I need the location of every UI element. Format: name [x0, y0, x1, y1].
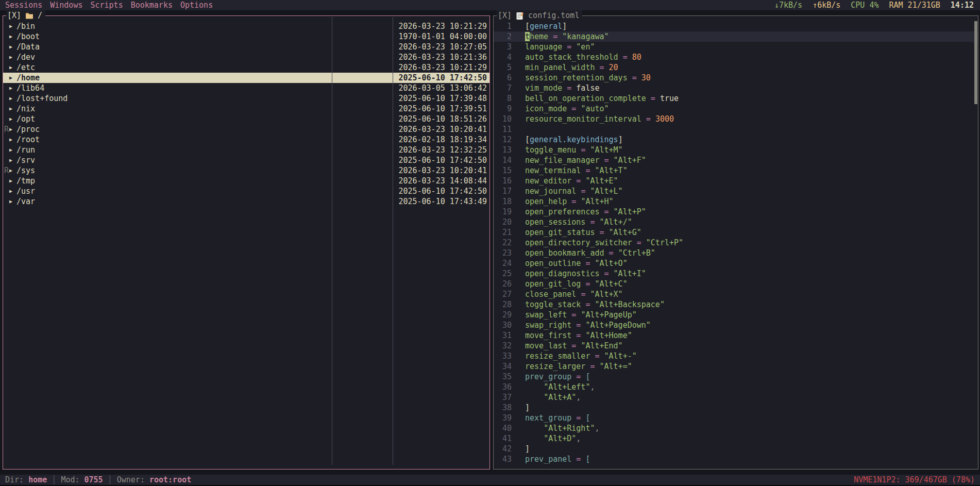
editor-line-18[interactable]: 18open_help = "Alt+H"	[494, 196, 978, 207]
editor-line-35[interactable]: 35prev_group = [	[494, 372, 978, 382]
expand-arrow-icon[interactable]: ▶	[9, 31, 12, 42]
editor-line-14[interactable]: 14new_file_manager = "Alt+F"	[494, 155, 978, 165]
tree-row-run[interactable]: ▶/run2026-03-23 12:32:25	[3, 145, 489, 155]
expand-arrow-icon[interactable]: ▶	[9, 93, 12, 104]
dir-name: /nix	[16, 104, 35, 114]
editor-line-17[interactable]: 17new_journal = "Alt+L"	[494, 186, 978, 196]
clock: 14:12	[951, 0, 974, 10]
status-value: root:root	[149, 475, 191, 484]
menu-item-scripts[interactable]: Scripts	[90, 0, 123, 10]
line-content: close_panel = "Alt+X"	[525, 289, 623, 299]
expand-arrow-icon[interactable]: ▶	[9, 62, 12, 73]
editor-line-5[interactable]: 5min_panel_width = 20	[494, 62, 978, 73]
tree-row-srv[interactable]: ▶/srv2025-06-10 17:42:50	[3, 155, 489, 165]
editor-line-42[interactable]: 42]	[494, 444, 978, 454]
editor-line-34[interactable]: 34resize_larger = "Alt+="	[494, 361, 978, 372]
tree-row-proc[interactable]: R▶/proc2026-03-23 10:20:41	[3, 124, 489, 135]
editor-line-11[interactable]: 11	[494, 124, 978, 135]
expand-arrow-icon[interactable]: ▶	[9, 83, 12, 93]
expand-arrow-icon[interactable]: ▶	[9, 73, 12, 83]
tree-row-dev[interactable]: ▶/dev2026-03-23 10:21:36	[3, 52, 489, 62]
editor-line-4[interactable]: 4auto_stack_threshold = 80	[494, 52, 978, 62]
modified-date: 2025-06-10 18:51:26	[398, 114, 487, 124]
close-panel-button[interactable]: [X]	[7, 10, 21, 21]
editor-line-27[interactable]: 27close_panel = "Alt+X"	[494, 289, 978, 299]
editor-line-36[interactable]: 36 "Alt+Left",	[494, 382, 978, 392]
editor-line-40[interactable]: 40 "Alt+Right",	[494, 423, 978, 433]
editor-scrollbar[interactable]	[974, 21, 977, 104]
tree-row-etc[interactable]: ▶/etc2026-03-23 10:21:29	[3, 62, 489, 73]
line-content: open_git_log = "Alt+C"	[525, 279, 628, 289]
expand-arrow-icon[interactable]: ▶	[9, 155, 12, 165]
tree-row-opt[interactable]: ▶/opt2025-06-10 18:51:26	[3, 114, 489, 124]
tree-row-nix[interactable]: ▶/nix2025-06-10 17:39:51	[3, 104, 489, 114]
line-number: 40	[494, 423, 512, 433]
editor-line-9[interactable]: 9icon_mode = "auto"	[494, 104, 978, 114]
expand-arrow-icon[interactable]: ▶	[9, 124, 12, 135]
expand-arrow-icon[interactable]: ▶	[9, 176, 12, 186]
tree-row-home[interactable]: ▶/home2025-06-10 17:42:50	[3, 73, 489, 83]
editor-line-28[interactable]: 28toggle_stack = "Alt+Backspace"	[494, 299, 978, 310]
expand-arrow-icon[interactable]: ▶	[9, 21, 12, 31]
editor-line-43[interactable]: 43prev_panel = [	[494, 454, 978, 464]
tree-row-boot[interactable]: ▶/boot1970-01-01 04:00:00	[3, 31, 489, 42]
editor-line-26[interactable]: 26open_git_log = "Alt+C"	[494, 279, 978, 289]
editor-line-6[interactable]: 6session_retention_days = 30	[494, 73, 978, 83]
editor-line-16[interactable]: 16new_editor = "Alt+E"	[494, 176, 978, 186]
expand-arrow-icon[interactable]: ▶	[9, 165, 12, 176]
editor-line-38[interactable]: 38]	[494, 403, 978, 413]
editor-line-25[interactable]: 25open_diagnostics = "Alt+I"	[494, 269, 978, 279]
editor-line-39[interactable]: 39next_group = [	[494, 413, 978, 423]
menu-item-bookmarks[interactable]: Bookmarks	[131, 0, 173, 10]
column-separator-size	[332, 17, 332, 465]
text-cursor: t	[525, 32, 530, 41]
menu-item-options[interactable]: Options	[180, 0, 213, 10]
editor-line-32[interactable]: 32move_last = "Alt+End"	[494, 341, 978, 351]
expand-arrow-icon[interactable]: ▶	[9, 52, 12, 62]
editor-line-7[interactable]: 7vim_mode = false	[494, 83, 978, 93]
line-content: toggle_stack = "Alt+Backspace"	[525, 299, 665, 310]
tree-row-var[interactable]: ▶/var2025-06-10 17:43:49	[3, 196, 489, 207]
editor-line-15[interactable]: 15new_terminal = "Alt+T"	[494, 165, 978, 176]
editor-line-10[interactable]: 10resource_monitor_interval = 3000	[494, 114, 978, 124]
editor-line-23[interactable]: 23open_bookmark_add = "Ctrl+B"	[494, 248, 978, 258]
menu-item-sessions[interactable]: Sessions	[5, 0, 42, 10]
expand-arrow-icon[interactable]: ▶	[9, 135, 12, 145]
editor-line-2[interactable]: 2theme = "kanagawa"	[494, 31, 978, 42]
tree-row-lostfound[interactable]: ▶/lost+found2025-06-10 17:39:48	[3, 93, 489, 104]
editor-line-21[interactable]: 21open_git_status = "Alt+G"	[494, 227, 978, 238]
expand-arrow-icon[interactable]: ▶	[9, 196, 12, 207]
tree-row-tmp[interactable]: ▶/tmp2026-03-23 14:08:44	[3, 176, 489, 186]
tree-row-lib64[interactable]: ▶/lib642026-03-05 13:06:42	[3, 83, 489, 93]
tree-row-sys[interactable]: R▶/sys2026-03-23 10:20:41	[3, 165, 489, 176]
expand-arrow-icon[interactable]: ▶	[9, 42, 12, 52]
editor-line-13[interactable]: 13toggle_menu = "Alt+M"	[494, 145, 978, 155]
expand-arrow-icon[interactable]: ▶	[9, 114, 12, 124]
dir-name: /usr	[16, 186, 35, 196]
editor-line-29[interactable]: 29swap_left = "Alt+PageUp"	[494, 310, 978, 320]
expand-arrow-icon[interactable]: ▶	[9, 145, 12, 155]
editor-line-33[interactable]: 33resize_smaller = "Alt+-"	[494, 351, 978, 361]
editor-line-41[interactable]: 41 "Alt+D",	[494, 433, 978, 444]
editor-line-31[interactable]: 31move_first = "Alt+Home"	[494, 330, 978, 341]
menu-item-windows[interactable]: Windows	[50, 0, 82, 10]
close-editor-button[interactable]: [X]	[498, 10, 512, 21]
tree-row-root[interactable]: ▶/root2026-02-18 18:19:34	[3, 135, 489, 145]
tree-row-data[interactable]: ▶/Data2026-03-23 10:27:05	[3, 42, 489, 52]
editor-line-1[interactable]: 1[general]	[494, 21, 978, 31]
expand-arrow-icon[interactable]: ▶	[9, 186, 12, 196]
editor-line-3[interactable]: 3language = "en"	[494, 42, 978, 52]
tree-row-bin[interactable]: ▶/bin2026-03-23 10:21:29	[3, 21, 489, 31]
editor-line-20[interactable]: 20open_sessions = "Alt+/"	[494, 217, 978, 227]
editor-line-37[interactable]: 37 "Alt+A",	[494, 392, 978, 403]
editor-line-12[interactable]: 12[general.keybindings]	[494, 135, 978, 145]
editor-line-24[interactable]: 24open_outline = "Alt+O"	[494, 258, 978, 269]
editor-line-19[interactable]: 19open_preferences = "Alt+P"	[494, 207, 978, 217]
modified-date: 2026-03-05 13:06:42	[398, 83, 487, 93]
editor-line-30[interactable]: 30swap_right = "Alt+PageDown"	[494, 320, 978, 330]
editor-line-22[interactable]: 22open_directory_switcher = "Ctrl+P"	[494, 238, 978, 248]
editor-line-8[interactable]: 8bell_on_operation_complete = true	[494, 93, 978, 104]
expand-arrow-icon[interactable]: ▶	[9, 104, 12, 114]
topbar: SessionsWindowsScriptsBookmarksOptions ↓…	[0, 0, 980, 10]
tree-row-usr[interactable]: ▶/usr2025-06-10 17:42:50	[3, 186, 489, 196]
